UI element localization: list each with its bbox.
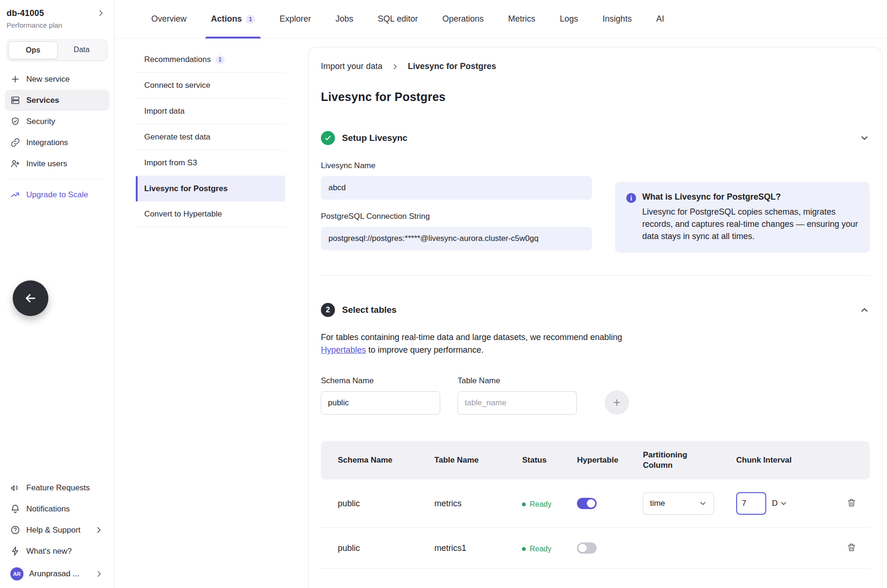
delete-row-button[interactable] bbox=[845, 496, 858, 511]
cell-schema: public bbox=[321, 528, 431, 569]
breadcrumb-parent[interactable]: Import your data bbox=[321, 62, 382, 71]
subnav-connect-to-service[interactable]: Connect to service bbox=[136, 73, 285, 99]
livesync-name-input[interactable] bbox=[321, 176, 592, 200]
sidebar-item-integrations[interactable]: Integrations bbox=[5, 132, 109, 153]
tab-sql-editor[interactable]: SQL editor bbox=[378, 0, 418, 38]
content-area: Overview Actions1 Explorer Jobs SQL edit… bbox=[115, 0, 887, 588]
subnav-import-from-s3[interactable]: Import from S3 bbox=[136, 150, 285, 176]
chevron-down-icon bbox=[779, 499, 788, 508]
ops-segment[interactable]: Ops bbox=[8, 41, 58, 59]
subnav-livesync-for-postgres[interactable]: Livesync for Postgres bbox=[136, 176, 285, 201]
user-menu[interactable]: AR Arunprasad ... bbox=[5, 562, 109, 587]
status-dot bbox=[522, 503, 526, 506]
megaphone-icon bbox=[10, 483, 20, 493]
sidebar-item-security[interactable]: Security bbox=[5, 111, 109, 132]
chevron-right-icon bbox=[391, 62, 399, 71]
subnav-import-data[interactable]: Import data bbox=[136, 99, 285, 124]
subnav-convert-to-hypertable[interactable]: Convert to Hypertable bbox=[136, 201, 285, 227]
step1-header[interactable]: Setup Livesync bbox=[321, 131, 870, 145]
cell-partitioning bbox=[639, 528, 732, 569]
tab-jobs[interactable]: Jobs bbox=[335, 0, 353, 38]
trash-icon bbox=[847, 498, 856, 508]
col-actions bbox=[826, 441, 870, 480]
user-name: Arunprasad ... bbox=[29, 569, 89, 579]
sidebar-item-new-service[interactable]: New service bbox=[5, 69, 109, 90]
cell-actions bbox=[826, 528, 870, 569]
sidebar-nav: New service Services Security Integratio… bbox=[0, 66, 114, 205]
trending-up-icon bbox=[10, 190, 20, 200]
back-button[interactable] bbox=[13, 280, 48, 316]
subnav-recommendations[interactable]: Recommendations 1 bbox=[136, 47, 285, 73]
step2-description: For tables containing real-time data and… bbox=[321, 331, 640, 356]
cell-chunk-interval bbox=[732, 528, 826, 569]
step1-title: Setup Livesync bbox=[342, 133, 407, 143]
breadcrumb-current: Livesync for Postgres bbox=[408, 62, 496, 71]
info-title: What is Livesync for PostgreSQL? bbox=[642, 192, 858, 202]
col-partitioning-column: Partitioning Column bbox=[639, 441, 732, 480]
chevron-up-icon[interactable] bbox=[859, 305, 870, 315]
delete-row-button[interactable] bbox=[845, 541, 858, 556]
subnav-generate-test-data[interactable]: Generate test data bbox=[136, 124, 285, 150]
cell-hypertable bbox=[573, 480, 639, 528]
cell-table: metrics1 bbox=[431, 528, 519, 569]
col-schema-name: Schema Name bbox=[321, 441, 431, 480]
sidebar-item-label: Invite users bbox=[26, 159, 67, 169]
sidebar-item-upgrade-to-scale[interactable]: Upgrade to Scale bbox=[5, 184, 109, 205]
hypertables-link[interactable]: Hypertables bbox=[321, 345, 366, 355]
cell-hypertable bbox=[573, 528, 639, 569]
sidebar-divider bbox=[11, 179, 103, 179]
tab-actions[interactable]: Actions1 bbox=[211, 0, 255, 38]
add-table-button[interactable]: + bbox=[605, 390, 629, 415]
tab-insights[interactable]: Insights bbox=[603, 0, 632, 38]
hypertable-toggle[interactable] bbox=[577, 498, 597, 509]
sidebar-item-help-support[interactable]: Help & Support bbox=[5, 519, 109, 541]
tab-metrics[interactable]: Metrics bbox=[508, 0, 536, 38]
sidebar-item-services[interactable]: Services bbox=[5, 90, 109, 111]
schema-name-input[interactable] bbox=[321, 391, 440, 415]
ops-data-toggle: Ops Data bbox=[7, 39, 108, 61]
status-badge: Ready bbox=[522, 500, 551, 509]
sidebar-item-label: New service bbox=[26, 75, 70, 84]
project-switcher[interactable]: db-41005 Performance plan bbox=[0, 8, 114, 29]
connection-string-input[interactable] bbox=[321, 227, 592, 250]
page-title: Livesync for Postgres bbox=[321, 90, 870, 104]
table-name-input[interactable] bbox=[458, 391, 577, 415]
step-complete-icon bbox=[321, 131, 335, 145]
step1-body: Livesync Name PostgreSQL Connection Stri… bbox=[321, 161, 870, 253]
info-box: i What is Livesync for PostgreSQL? Lives… bbox=[615, 182, 870, 253]
sidebar-item-label: Help & Support bbox=[26, 526, 80, 535]
add-table-row: Schema Name Table Name + bbox=[321, 376, 870, 415]
tab-overview[interactable]: Overview bbox=[151, 0, 187, 38]
tab-explorer[interactable]: Explorer bbox=[280, 0, 311, 38]
person-plus-icon bbox=[10, 159, 20, 169]
shield-check-icon bbox=[10, 116, 20, 126]
top-nav: Overview Actions1 Explorer Jobs SQL edit… bbox=[115, 0, 887, 39]
sidebar-item-feature-requests[interactable]: Feature Requests bbox=[5, 477, 109, 498]
chunk-unit-select[interactable]: D bbox=[772, 499, 788, 508]
status-badge: Ready bbox=[522, 545, 551, 553]
sidebar-item-invite-users[interactable]: Invite users bbox=[5, 153, 109, 174]
status-dot bbox=[522, 547, 526, 551]
sidebar-item-notifications[interactable]: Notifications bbox=[5, 498, 109, 519]
tab-logs[interactable]: Logs bbox=[560, 0, 578, 38]
help-circle-icon bbox=[10, 525, 20, 535]
table-row: public metrics1 Ready bbox=[321, 528, 870, 569]
tab-operations[interactable]: Operations bbox=[442, 0, 483, 38]
tab-ai[interactable]: AI bbox=[656, 0, 664, 38]
hypertable-toggle[interactable] bbox=[577, 542, 597, 554]
connection-string-label: PostgreSQL Connection String bbox=[321, 212, 592, 221]
sidebar-item-label: Upgrade to Scale bbox=[26, 190, 88, 200]
chunk-interval-input[interactable] bbox=[736, 492, 766, 515]
chevron-down-icon[interactable] bbox=[859, 133, 870, 143]
partitioning-column-select[interactable]: time bbox=[643, 492, 714, 515]
cell-chunk-interval: D bbox=[732, 480, 826, 528]
link-icon bbox=[10, 138, 20, 147]
cell-status: Ready bbox=[518, 480, 573, 528]
schema-name-label: Schema Name bbox=[321, 376, 440, 386]
cell-actions bbox=[826, 480, 870, 528]
sidebar-item-label: Notifications bbox=[26, 504, 70, 514]
data-segment[interactable]: Data bbox=[58, 41, 106, 59]
sidebar-item-whats-new[interactable]: What's new? bbox=[5, 541, 109, 562]
sidebar-footer: Feature Requests Notifications Help & Su… bbox=[0, 477, 114, 588]
step2-header[interactable]: 2 Select tables bbox=[321, 303, 870, 317]
